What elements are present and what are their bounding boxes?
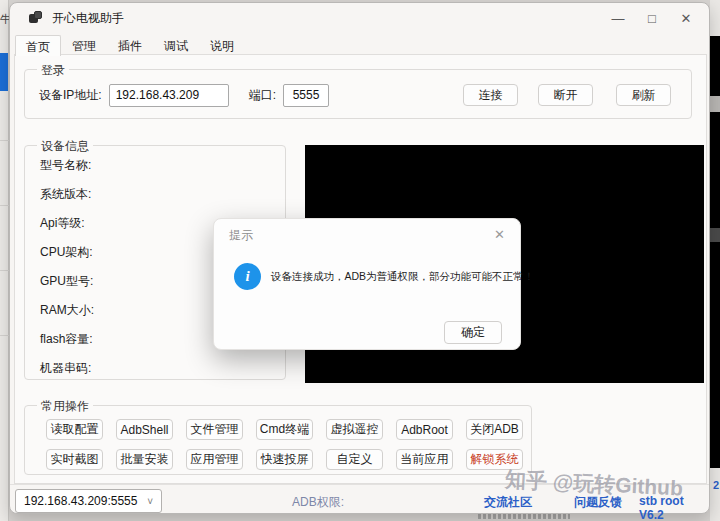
adb-permission-label: ADB权限:	[292, 494, 344, 511]
prompt-dialog: 提示 ✕ i 设备连接成功，ADB为普通权限，部分功能可能不正常！ 确定	[213, 218, 521, 350]
tab-manage[interactable]: 管理	[61, 34, 107, 55]
dialog-close-icon[interactable]: ✕	[490, 225, 509, 244]
window-controls: — □ ✕	[601, 3, 703, 33]
quick-cast-button[interactable]: 快速投屏	[256, 449, 313, 470]
divider	[0, 140, 9, 141]
batch-install-button[interactable]: 批量安装	[116, 449, 173, 470]
background-fragment	[710, 96, 720, 112]
close-icon[interactable]: ✕	[669, 3, 703, 33]
divider	[0, 335, 9, 336]
tab-bar: 首页 管理 插件 调试 说明	[15, 34, 245, 55]
app-manager-button[interactable]: 应用管理	[186, 449, 243, 470]
file-manager-button[interactable]: 文件管理	[186, 419, 243, 440]
info-icon: i	[234, 263, 261, 290]
maximize-icon[interactable]: □	[635, 3, 669, 33]
version-label: stb root V6.2	[639, 494, 709, 521]
operations-group-label: 常用操作	[37, 398, 93, 415]
background-window-right: 2	[710, 0, 720, 521]
system-version-label: 系统版本:	[40, 187, 285, 201]
virtual-remote-button[interactable]: 虚拟遥控	[326, 419, 383, 440]
title-bar: 开心电视助手 — □ ✕	[10, 3, 709, 33]
refresh-button[interactable]: 刷新	[616, 84, 671, 106]
device-select[interactable]: 192.168.43.209:5555 ˅	[15, 489, 162, 513]
model-name-label: 型号名称:	[40, 158, 285, 172]
login-group: 登录 设备IP地址: 端口: 连接 断开 刷新	[24, 69, 692, 119]
dialog-title: 提示	[229, 227, 253, 244]
dialog-message: 设备连接成功，ADB为普通权限，部分功能可能不正常！	[271, 270, 515, 284]
tab-help[interactable]: 说明	[199, 34, 245, 55]
read-config-button[interactable]: 读取配置	[46, 419, 103, 440]
live-screenshot-button[interactable]: 实时截图	[46, 449, 103, 470]
login-group-label: 登录	[37, 62, 69, 79]
device-info-group-label: 设备信息	[37, 138, 93, 155]
feedback-link[interactable]: 问题反馈	[574, 494, 622, 511]
unlock-system-button[interactable]: 解锁系统	[466, 449, 523, 470]
adb-root-button[interactable]: AdbRoot	[396, 419, 453, 440]
close-adb-button[interactable]: 关闭ADB	[466, 419, 523, 440]
device-select-value: 192.168.43.209:5555	[24, 494, 137, 508]
dialog-ok-button[interactable]: 确定	[444, 321, 502, 344]
tab-home[interactable]: 首页	[15, 35, 61, 56]
background-text-fragment: 2	[713, 479, 719, 491]
chevron-down-icon: ˅	[147, 496, 153, 507]
adb-shell-button[interactable]: AdbShell	[116, 419, 173, 440]
tab-debug[interactable]: 调试	[153, 34, 199, 55]
community-link[interactable]: 交流社区	[484, 494, 532, 511]
current-app-button[interactable]: 当前应用	[396, 449, 453, 470]
background-selection-bar	[0, 53, 8, 91]
ip-input[interactable]	[109, 84, 229, 107]
port-label: 端口:	[249, 87, 276, 104]
disconnect-button[interactable]: 断开	[538, 84, 593, 106]
divider	[0, 205, 9, 206]
connect-button[interactable]: 连接	[463, 84, 518, 106]
port-input[interactable]	[283, 84, 329, 107]
app-icon	[29, 11, 43, 25]
operations-group: 常用操作 读取配置 AdbShell 文件管理 Cmd终端 虚拟遥控 AdbRo…	[24, 405, 532, 475]
tab-plugins[interactable]: 插件	[107, 34, 153, 55]
background-window-left: 牛	[0, 0, 9, 521]
cmd-terminal-button[interactable]: Cmd终端	[256, 419, 313, 440]
status-bar: 192.168.43.209:5555 ˅ ADB权限: 交流社区 问题反馈 s…	[10, 484, 709, 514]
custom-button[interactable]: 自定义	[326, 449, 383, 470]
minimize-icon[interactable]: —	[601, 3, 635, 33]
background-fragment	[710, 228, 720, 242]
divider	[0, 270, 9, 271]
serial-number-label: 机器串码:	[40, 361, 285, 375]
window-title: 开心电视助手	[52, 10, 124, 27]
ip-label: 设备IP地址:	[39, 87, 102, 104]
